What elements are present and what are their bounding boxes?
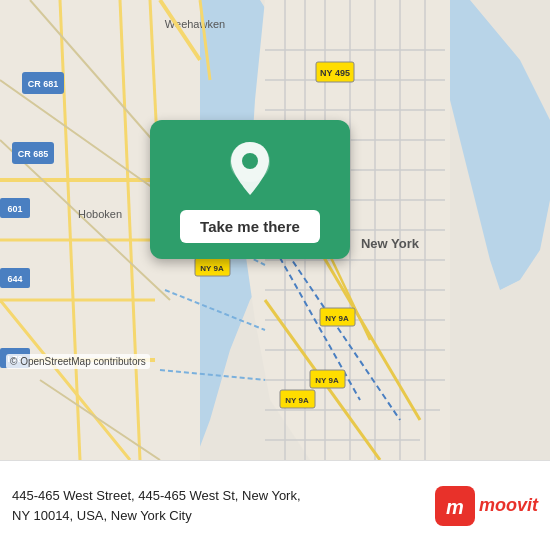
info-bar: 445-465 West Street, 445-465 West St, Ne…	[0, 460, 550, 550]
svg-text:NY 9A: NY 9A	[285, 396, 309, 405]
moovit-brand-text: moovit	[479, 495, 538, 516]
green-card: Take me there	[150, 120, 350, 259]
moovit-logo: m moovit	[435, 486, 538, 526]
svg-text:601: 601	[7, 204, 22, 214]
svg-text:644: 644	[7, 274, 22, 284]
location-pin-icon	[225, 140, 275, 200]
svg-text:NY 9A: NY 9A	[325, 314, 349, 323]
button-overlay: Take me there	[150, 120, 350, 259]
svg-text:CR 685: CR 685	[18, 149, 49, 159]
svg-text:NY 9A: NY 9A	[315, 376, 339, 385]
svg-point-75	[242, 153, 258, 169]
address-text: 445-465 West Street, 445-465 West St, Ne…	[12, 486, 423, 525]
svg-text:Hoboken: Hoboken	[78, 208, 122, 220]
moovit-icon: m	[435, 486, 475, 526]
osm-credit: © OpenStreetMap contributors	[6, 354, 150, 369]
take-me-there-button[interactable]: Take me there	[180, 210, 320, 243]
svg-text:New York: New York	[361, 236, 420, 251]
address-block: 445-465 West Street, 445-465 West St, Ne…	[12, 486, 423, 525]
svg-text:NY 495: NY 495	[320, 68, 350, 78]
svg-text:m: m	[446, 496, 464, 518]
svg-text:NY 9A: NY 9A	[200, 264, 224, 273]
map-container: CR 681 CR 685 601 644 I 78 NY 495 NY 9A …	[0, 0, 550, 460]
svg-text:CR 681: CR 681	[28, 79, 59, 89]
